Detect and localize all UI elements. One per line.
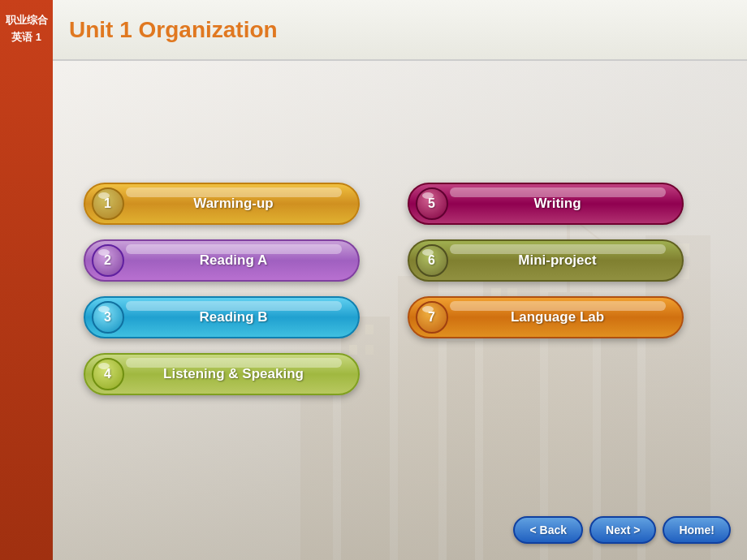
menu-btn-reading-b[interactable]: 3 Reading B (84, 296, 360, 338)
next-button[interactable]: Next > (589, 516, 656, 544)
header: Unit 1 Organization (53, 0, 747, 61)
btn-label-reading-a: Reading A (200, 252, 267, 269)
menu-btn-writing[interactable]: 5 Writing (408, 183, 684, 225)
menu-btn-reading-a[interactable]: 2 Reading A (84, 239, 360, 282)
menu-btn-warming-up[interactable]: 1 Warming-up (84, 183, 360, 225)
badge-6: 6 (416, 244, 448, 277)
badge-5: 5 (416, 187, 448, 220)
menu-btn-language-lab[interactable]: 7 Language Lab (408, 296, 684, 338)
right-column: 5 Writing 6 Mini-project 7 Language Lab (408, 183, 717, 338)
badge-1: 1 (92, 187, 124, 220)
badge-2: 2 (92, 244, 124, 277)
btn-label-mini-project: Mini-project (518, 252, 596, 269)
badge-3: 3 (92, 301, 124, 334)
home-button[interactable]: Home! (663, 516, 731, 544)
btn-label-language-lab: Language Lab (511, 309, 604, 325)
page-title: Unit 1 Organization (69, 17, 278, 43)
btn-label-writing: Writing (533, 196, 581, 212)
main-content: 1 Warming-up 2 Reading A 3 Reading B 4 L… (53, 61, 747, 560)
bottom-navigation: < Back Next > Home! (513, 516, 731, 544)
back-button[interactable]: < Back (513, 516, 583, 544)
menu-btn-mini-project[interactable]: 6 Mini-project (408, 239, 684, 282)
btn-label-listening-speaking: Listening & Speaking (163, 366, 304, 382)
badge-7: 7 (416, 301, 448, 334)
btn-label-warming-up: Warming-up (193, 196, 274, 212)
menu-grid: 1 Warming-up 2 Reading A 3 Reading B 4 L… (84, 183, 717, 439)
left-column: 1 Warming-up 2 Reading A 3 Reading B 4 L… (84, 183, 393, 395)
menu-btn-listening-speaking[interactable]: 4 Listening & Speaking (84, 353, 360, 395)
sidebar: 职业综合 英语 1 (0, 0, 53, 560)
sidebar-label: 职业综合 英语 1 (6, 12, 48, 46)
badge-4: 4 (92, 358, 124, 390)
btn-label-reading-b: Reading B (199, 309, 267, 325)
